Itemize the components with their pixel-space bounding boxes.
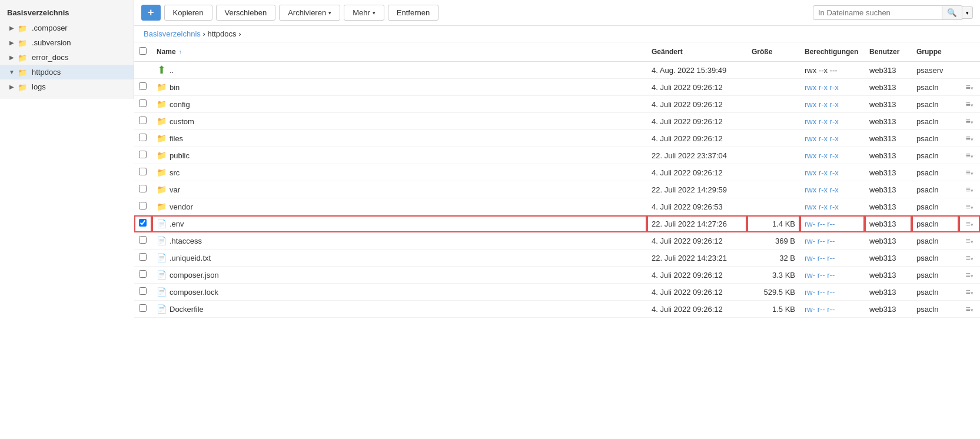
row-checkbox[interactable] — [139, 304, 147, 312]
permissions-link[interactable]: rw- r-- r-- — [805, 271, 835, 280]
sidebar-item-subversion[interactable]: ▶ 📁 .subversion — [0, 35, 134, 50]
row-menu-button[interactable]: ≡ — [965, 219, 970, 228]
row-checkbox[interactable] — [139, 99, 147, 107]
file-name-link[interactable]: vendor — [170, 202, 193, 211]
permissions-link[interactable]: rwx r-x r-x — [805, 168, 839, 177]
file-name-link[interactable]: custom — [170, 117, 194, 126]
row-checkbox[interactable] — [139, 202, 147, 209]
add-button[interactable]: + — [141, 5, 161, 21]
row-group-cell: psacln — [912, 198, 959, 215]
row-menu-chevron-icon: ▾ — [971, 188, 974, 194]
header-name[interactable]: Name ↑ — [152, 42, 647, 62]
file-name-link[interactable]: src — [170, 168, 180, 177]
toggle-composer[interactable]: ▶ — [7, 25, 16, 31]
folder-icon: 📁 — [157, 151, 166, 160]
remove-button[interactable]: Entfernen — [388, 5, 438, 21]
file-name-link[interactable]: composer.json — [170, 271, 219, 280]
permissions-link[interactable]: rwx r-x r-x — [805, 202, 839, 211]
permissions-link[interactable]: rw- r-- r-- — [805, 288, 835, 297]
permissions-link[interactable]: rwx r-x r-x — [805, 151, 839, 160]
permissions-link[interactable]: rw- r-- r-- — [805, 237, 835, 245]
file-name-link[interactable]: .. — [170, 66, 174, 75]
toggle-error_docs[interactable]: ▶ — [7, 54, 16, 61]
sidebar-item-composer[interactable]: ▶ 📁 .composer — [0, 21, 134, 35]
row-checkbox[interactable] — [139, 82, 147, 90]
file-name-link[interactable]: var — [170, 185, 180, 194]
search-area: 🔍 ▾ — [813, 5, 973, 20]
sidebar-item-error_docs[interactable]: ▶ 📁 error_docs — [0, 50, 134, 65]
row-menu-chevron-icon: ▾ — [971, 256, 974, 262]
row-checkbox[interactable] — [139, 236, 147, 244]
row-user-cell: web313 — [865, 284, 912, 301]
breadcrumb-root[interactable]: Basisverzeichnis — [144, 29, 201, 38]
permissions-link[interactable]: rwx r-x r-x — [805, 134, 839, 143]
row-menu-button[interactable]: ≡ — [965, 202, 970, 211]
row-checkbox[interactable] — [139, 134, 147, 141]
row-checkbox[interactable] — [139, 117, 147, 124]
file-name-link[interactable]: composer.lock — [170, 288, 218, 297]
permissions-link[interactable]: rw- r-- r-- — [805, 254, 835, 262]
row-checkbox[interactable] — [139, 151, 147, 158]
row-menu-button[interactable]: ≡ — [965, 134, 970, 143]
row-menu-button[interactable]: ≡ — [965, 270, 970, 280]
toggle-httpdocs[interactable]: ▼ — [7, 69, 16, 75]
header-group[interactable]: Gruppe — [912, 42, 959, 62]
file-name-link[interactable]: public — [170, 151, 190, 160]
row-user-cell: web313 — [865, 232, 912, 250]
row-checkbox[interactable] — [139, 287, 147, 295]
row-size-cell: 32 B — [747, 250, 800, 267]
file-name-link[interactable]: Dockerfile — [170, 305, 204, 314]
row-menu-button[interactable]: ≡ — [965, 287, 970, 297]
breadcrumb-separator2: › — [238, 29, 241, 38]
row-checkbox[interactable] — [139, 219, 147, 227]
row-menu-button[interactable]: ≡ — [965, 168, 970, 177]
row-menu-button[interactable]: ≡ — [965, 304, 970, 314]
table-row: 📁var22. Juli 2022 14:29:59rwx r-x r-xweb… — [134, 181, 980, 198]
permissions-link[interactable]: rwx r-x r-x — [805, 185, 839, 194]
row-name-cell: 📁src — [152, 164, 647, 181]
header-size[interactable]: Größe — [747, 42, 800, 62]
row-checkbox[interactable] — [139, 185, 147, 192]
row-menu-cell: ≡▾ — [959, 96, 980, 113]
header-user[interactable]: Benutzer — [865, 42, 912, 62]
move-button[interactable]: Verschieben — [216, 5, 276, 21]
row-menu-chevron-icon: ▾ — [971, 239, 974, 245]
permissions-link[interactable]: rwx r-x r-x — [805, 100, 839, 109]
permissions-link[interactable]: rw- r-- r-- — [805, 219, 835, 228]
file-name-link[interactable]: .env — [170, 219, 184, 228]
permissions-link[interactable]: rwx r-x r-x — [805, 83, 839, 92]
search-button[interactable]: 🔍 — [942, 5, 962, 20]
file-name-link[interactable]: files — [170, 134, 183, 143]
row-menu-button[interactable]: ≡ — [965, 82, 970, 92]
permissions-link[interactable]: rwx r-x r-x — [805, 117, 839, 126]
copy-button[interactable]: Kopieren — [164, 5, 212, 21]
sidebar-item-httpdocs[interactable]: ▼ 📁 httpdocs — [0, 65, 134, 79]
sidebar-item-logs[interactable]: ▶ 📁 logs — [0, 79, 134, 94]
row-menu-button[interactable]: ≡ — [965, 236, 970, 245]
more-button[interactable]: Mehr ▾ — [344, 5, 384, 21]
row-menu-cell: ≡▾ — [959, 232, 980, 250]
file-name-link[interactable]: config — [170, 100, 190, 109]
select-all-checkbox[interactable] — [139, 47, 147, 55]
row-checkbox[interactable] — [139, 270, 147, 278]
toggle-logs[interactable]: ▶ — [7, 84, 16, 90]
row-menu-button[interactable]: ≡ — [965, 99, 970, 109]
row-menu-button[interactable]: ≡ — [965, 185, 970, 194]
header-permissions[interactable]: Berechtigungen — [800, 42, 865, 62]
permissions-link[interactable]: rw- r-- r-- — [805, 305, 835, 314]
toggle-subversion[interactable]: ▶ — [7, 39, 16, 46]
search-input[interactable] — [813, 5, 942, 20]
row-menu-button[interactable]: ≡ — [965, 117, 970, 126]
file-name-link[interactable]: bin — [170, 83, 180, 92]
search-dropdown-button[interactable]: ▾ — [962, 6, 973, 19]
sidebar-label-subversion: .subversion — [32, 38, 71, 47]
archive-button[interactable]: Archivieren ▾ — [279, 5, 340, 21]
row-menu-button[interactable]: ≡ — [965, 151, 970, 160]
header-changed[interactable]: Geändert — [647, 42, 747, 62]
row-checkbox[interactable] — [139, 253, 147, 261]
row-checkbox[interactable] — [139, 168, 147, 175]
file-name-link[interactable]: .uniqueid.txt — [170, 254, 211, 262]
row-menu-button[interactable]: ≡ — [965, 253, 970, 262]
file-name-link[interactable]: .htaccess — [170, 237, 202, 245]
table-row: 📁public22. Juli 2022 23:37:04rwx r-x r-x… — [134, 147, 980, 164]
